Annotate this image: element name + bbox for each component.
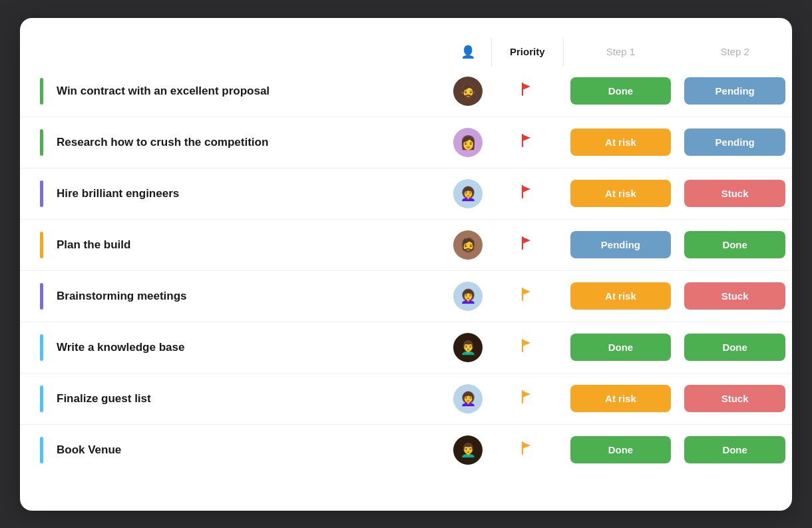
avatar-1: 👩 <box>453 128 483 157</box>
avatar-7: 👨‍🦱 <box>453 435 483 465</box>
table-row: Brainstorming meetings 👩‍🦱 At risk Stuck <box>20 270 792 322</box>
task-cell-5: Write a knowledge base <box>20 322 445 373</box>
priority-cell-5 <box>491 322 564 373</box>
flag-icon-2 <box>519 186 535 203</box>
task-cell-0: Win contract with an excellent proposal <box>20 66 445 117</box>
priority-cell-1 <box>491 117 564 168</box>
avatar-cell-4: 👩‍🦱 <box>445 270 491 322</box>
main-card: 👤 Priority Step 1 Step 2 Wi <box>20 18 792 511</box>
avatar-cell-0: 🧔 <box>445 66 491 117</box>
flag-icon-3 <box>519 238 535 254</box>
task-border-5 <box>40 334 43 361</box>
flag-icon-5 <box>519 340 535 357</box>
avatar-cell-2: 👩‍🦱 <box>445 168 491 219</box>
priority-cell-0 <box>491 66 564 117</box>
col-header-priority: Priority <box>491 38 564 66</box>
step1-badge-0: Done <box>570 77 672 105</box>
svg-marker-12 <box>522 391 530 397</box>
step2-cell-5: Done <box>678 322 792 373</box>
step2-badge-2: Stuck <box>684 180 785 207</box>
step2-badge-0: Pending <box>684 77 785 105</box>
step1-cell-6: At risk <box>564 373 678 424</box>
task-title-3: Plan the build <box>57 238 130 252</box>
step2-cell-4: Stuck <box>678 270 792 322</box>
avatar-6: 👩‍🦱 <box>453 384 483 413</box>
flag-icon-6 <box>519 392 535 408</box>
table-wrapper: 👤 Priority Step 1 Step 2 Wi <box>20 38 792 475</box>
col-header-step2: Step 2 <box>678 38 792 66</box>
table-row: Write a knowledge base 👨‍🦱 Done Done <box>20 322 792 373</box>
task-border-7 <box>40 437 43 463</box>
step1-cell-3: Pending <box>564 219 678 270</box>
tasks-table: 👤 Priority Step 1 Step 2 Wi <box>20 38 792 475</box>
svg-marker-2 <box>522 134 530 141</box>
step1-cell-7: Done <box>564 424 678 475</box>
avatar-3: 🧔 <box>453 230 483 260</box>
table-row: Book Venue 👨‍🦱 Done Done <box>20 424 792 475</box>
task-title-4: Brainstorming meetings <box>57 290 187 303</box>
step2-badge-6: Stuck <box>684 385 785 412</box>
step2-cell-0: Pending <box>678 66 792 117</box>
step2-cell-2: Stuck <box>678 168 792 219</box>
task-border-3 <box>40 232 43 258</box>
step2-badge-1: Pending <box>684 129 785 156</box>
step1-badge-7: Done <box>570 436 672 463</box>
task-border-4 <box>40 283 43 310</box>
step2-cell-6: Stuck <box>678 373 792 424</box>
step1-badge-5: Done <box>570 334 672 361</box>
flag-icon-1 <box>519 135 535 152</box>
task-cell-4: Brainstorming meetings <box>20 270 445 322</box>
avatar-cell-7: 👨‍🦱 <box>445 424 491 475</box>
step2-cell-7: Done <box>678 424 792 475</box>
svg-marker-0 <box>522 83 530 90</box>
step2-badge-7: Done <box>684 436 785 463</box>
priority-cell-3 <box>491 219 564 270</box>
table-row: Win contract with an excellent proposal … <box>20 66 792 117</box>
task-border-1 <box>40 129 43 156</box>
task-cell-1: Research how to crush the competition <box>20 117 445 168</box>
table-row: Finalize guest list 👩‍🦱 At risk Stuck <box>20 373 792 424</box>
svg-marker-6 <box>522 237 530 244</box>
table-row: Research how to crush the competition 👩 … <box>20 117 792 168</box>
step2-badge-5: Done <box>684 334 785 361</box>
task-title-0: Win contract with an excellent proposal <box>57 85 270 98</box>
step2-cell-1: Pending <box>678 117 792 168</box>
step2-badge-4: Stuck <box>684 282 785 310</box>
avatar-cell-6: 👩‍🦱 <box>445 373 491 424</box>
step1-badge-3: Pending <box>570 231 672 258</box>
task-title-1: Research how to crush the competition <box>57 136 268 149</box>
task-border-2 <box>40 180 43 207</box>
avatar-cell-5: 👨‍🦱 <box>445 322 491 373</box>
task-border-6 <box>40 386 43 412</box>
task-cell-6: Finalize guest list <box>20 373 445 424</box>
step1-badge-2: At risk <box>570 180 672 207</box>
task-title-5: Write a knowledge base <box>57 341 184 354</box>
svg-marker-8 <box>522 288 530 295</box>
avatar-cell-1: 👩 <box>445 117 491 168</box>
svg-marker-10 <box>522 340 530 346</box>
task-cell-3: Plan the build <box>20 219 445 270</box>
col-header-task <box>20 38 445 66</box>
flag-icon-7 <box>519 443 535 459</box>
step1-cell-1: At risk <box>564 117 678 168</box>
task-title-6: Finalize guest list <box>57 392 151 405</box>
task-cell-2: Hire brilliant engineers <box>20 168 445 219</box>
avatar-0: 🧔 <box>453 77 483 106</box>
svg-marker-14 <box>522 442 530 449</box>
priority-cell-6 <box>491 373 564 424</box>
avatar-2: 👩‍🦱 <box>453 179 483 208</box>
task-title-7: Book Venue <box>57 443 121 457</box>
flag-icon-4 <box>519 289 535 306</box>
avatar-cell-3: 🧔 <box>445 219 491 270</box>
svg-marker-4 <box>522 186 530 192</box>
table-row: Plan the build 🧔 Pending Done <box>20 219 792 270</box>
priority-cell-2 <box>491 168 564 219</box>
task-cell-7: Book Venue <box>20 424 445 475</box>
step1-badge-6: At risk <box>570 385 672 412</box>
step1-cell-0: Done <box>564 66 678 117</box>
table-row: Hire brilliant engineers 👩‍🦱 At risk Stu… <box>20 168 792 219</box>
task-title-2: Hire brilliant engineers <box>57 187 179 200</box>
task-border-0 <box>40 78 43 105</box>
step2-badge-3: Done <box>684 231 785 258</box>
step1-cell-4: At risk <box>564 270 678 322</box>
